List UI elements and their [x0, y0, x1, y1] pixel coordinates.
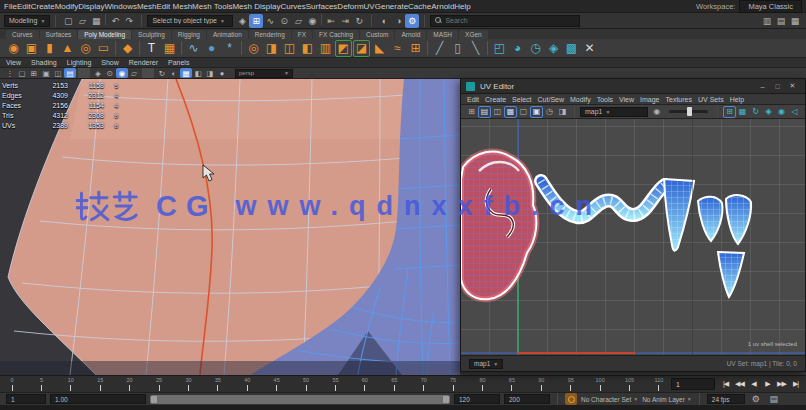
tile-grid-icon[interactable]: ▦: [736, 106, 749, 118]
shelf-tab[interactable]: Animation: [207, 30, 248, 39]
fps-field[interactable]: 24 fps: [707, 394, 745, 404]
search-input[interactable]: [445, 17, 575, 24]
uv-borders-icon[interactable]: ◉: [775, 106, 788, 118]
uv-grid-icon[interactable]: ⊞: [465, 106, 478, 118]
extrude-icon[interactable]: ◩: [335, 40, 352, 57]
menu-item[interactable]: Surfaces: [306, 2, 338, 11]
icon[interactable]: [105, 14, 106, 25]
menu-item[interactable]: Mesh Display: [232, 2, 280, 11]
checker-map-icon[interactable]: ▦: [504, 106, 517, 118]
menu-item[interactable]: Curves: [280, 2, 305, 11]
shelf-tab[interactable]: MASH: [427, 30, 458, 39]
range-handle-right[interactable]: [443, 396, 449, 403]
mirror-icon[interactable]: ▥: [317, 40, 334, 57]
menu-item[interactable]: Edit: [17, 2, 31, 11]
poly-sphere-icon[interactable]: ◉: [5, 40, 22, 57]
time-tick[interactable]: 10: [65, 377, 77, 392]
default-material-icon[interactable]: ◨: [204, 68, 216, 78]
time-tick[interactable]: 20: [124, 377, 136, 392]
script-editor-icon[interactable]: ▤: [767, 392, 781, 406]
slider-handle[interactable]: [687, 107, 692, 116]
uv-menu-item[interactable]: Select: [512, 96, 531, 103]
time-tick[interactable]: 40: [241, 377, 253, 392]
time-tick[interactable]: 60: [359, 377, 371, 392]
quad-strip-icon[interactable]: ≈: [389, 40, 406, 57]
uv-menu-item[interactable]: Textures: [666, 96, 692, 103]
lighting-toggle-icon[interactable]: ◈: [92, 68, 104, 78]
time-tick[interactable]: 100: [594, 377, 606, 392]
time-tick[interactable]: 90: [535, 377, 547, 392]
shelf-tab[interactable]: Rendering: [249, 30, 291, 39]
uv-shell-shield[interactable]: [726, 195, 751, 244]
resolution-gate-icon[interactable]: ◫: [52, 68, 64, 78]
dim-image-icon[interactable]: ◉: [650, 106, 663, 118]
smooth-brush-icon[interactable]: ◷: [527, 40, 544, 57]
menu-item[interactable]: Modify: [55, 2, 79, 11]
range-handle-left[interactable]: [151, 396, 157, 403]
uv-shell-triangle[interactable]: [718, 252, 744, 297]
uv-shell-selected[interactable]: [461, 152, 536, 300]
isolate-select-icon[interactable]: ◨: [556, 106, 569, 118]
shelf-icon[interactable]: [115, 41, 116, 55]
textured-toggle-icon[interactable]: ◧: [192, 68, 204, 78]
current-frame-field[interactable]: 1: [671, 378, 715, 390]
auto-keyframe-icon[interactable]: [565, 393, 577, 405]
uv-distortion-icon[interactable]: ◫: [491, 106, 504, 118]
shelf-tab[interactable]: Surfaces: [40, 30, 78, 39]
menu-item[interactable]: Mesh: [137, 2, 157, 11]
uv-menu-item[interactable]: Tools: [597, 96, 613, 103]
playback-end-field[interactable]: 120: [454, 394, 500, 404]
workspace-dropdown[interactable]: Maya Classic: [739, 0, 802, 13]
uv-menu-item[interactable]: Create: [485, 96, 506, 103]
uv-menu-item[interactable]: UV Sets: [698, 96, 724, 103]
time-tick[interactable]: 105: [624, 377, 636, 392]
step-forward-button[interactable]: ▶▶: [775, 378, 788, 391]
exposure-icon[interactable]: ●: [216, 68, 228, 78]
shelf-icon[interactable]: [181, 41, 182, 55]
uv-editor-title-bar[interactable]: UV Editor –□✕: [461, 79, 805, 94]
shelf-tab[interactable]: FX: [292, 30, 312, 39]
quad-draw-icon[interactable]: ◰: [491, 40, 508, 57]
ipr-render-icon[interactable]: ◑: [391, 14, 405, 28]
panel-grip-icon[interactable]: ⋮: [4, 68, 16, 78]
uv-menu-item[interactable]: Image: [640, 96, 659, 103]
redo-icon[interactable]: ↷: [122, 14, 136, 28]
shelf-tab[interactable]: Custom: [360, 30, 394, 39]
tool-settings-toggle-icon[interactable]: ▤: [774, 14, 788, 28]
shelf-tab[interactable]: FX Caching: [313, 30, 359, 39]
delete-icon[interactable]: ✕: [581, 40, 598, 57]
shelf-icon[interactable]: [427, 41, 428, 55]
time-tick[interactable]: 30: [182, 377, 194, 392]
sphere-project-icon[interactable]: ●: [203, 40, 220, 57]
animation-start-field[interactable]: 1: [6, 394, 46, 404]
ao-toggle-icon[interactable]: ◉: [116, 68, 128, 78]
xray-toggle-icon[interactable]: ◐: [168, 68, 180, 78]
snap-point-icon[interactable]: ⊙: [277, 14, 291, 28]
film-gate-icon[interactable]: ▣: [40, 68, 52, 78]
command-line[interactable]: [0, 405, 806, 410]
step-back-button[interactable]: ◀◀: [733, 378, 746, 391]
uv-shell-ribbon[interactable]: [541, 181, 665, 217]
time-tick[interactable]: 35: [212, 377, 224, 392]
shelf-tab[interactable]: Arnold: [395, 30, 426, 39]
type-tool-icon[interactable]: T: [143, 40, 160, 57]
shelf-tab[interactable]: Rigging: [172, 30, 206, 39]
svg-tool-icon[interactable]: ▦: [161, 40, 178, 57]
construction-history-icon[interactable]: ↻: [352, 14, 366, 28]
panel-menu-item[interactable]: View: [6, 59, 21, 66]
menu-item[interactable]: Create: [31, 2, 55, 11]
uv-menu-item[interactable]: View: [619, 96, 634, 103]
snap-curve-icon[interactable]: ∿: [263, 14, 277, 28]
playback-start-field[interactable]: 1.00: [50, 394, 146, 404]
time-tick[interactable]: 5: [35, 377, 47, 392]
time-tick[interactable]: 75: [447, 377, 459, 392]
menu-item[interactable]: Help: [454, 2, 470, 11]
shelf-tab[interactable]: XGen: [459, 30, 488, 39]
platonic-solid-icon[interactable]: ◆: [119, 40, 136, 57]
uv-menu-item[interactable]: Cut/Sew: [538, 96, 564, 103]
uv-set-dropdown[interactable]: map1▼: [469, 359, 503, 369]
ep-curve-icon[interactable]: ∿: [185, 40, 202, 57]
menu-item[interactable]: Windows: [105, 2, 137, 11]
time-tick[interactable]: 85: [506, 377, 518, 392]
time-tick[interactable]: 70: [418, 377, 430, 392]
